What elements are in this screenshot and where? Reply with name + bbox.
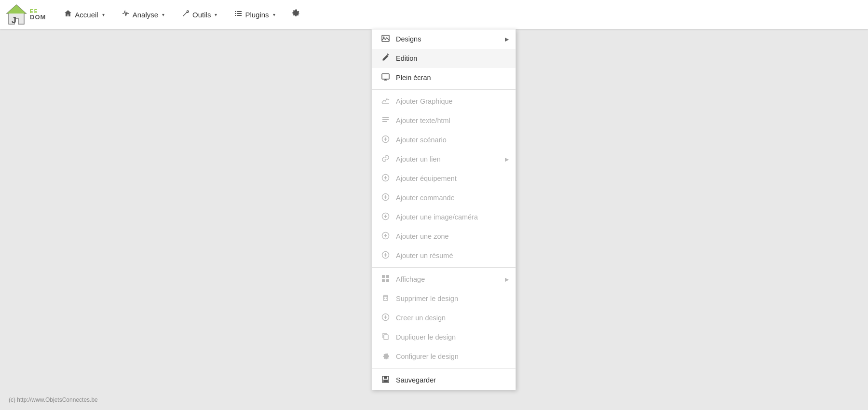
menu-item-edition[interactable]: Edition xyxy=(372,49,515,68)
link-icon xyxy=(380,154,390,164)
svg-rect-46 xyxy=(384,335,388,340)
menu-label-plein-ecran: Plein écran xyxy=(396,74,431,82)
monitor-icon xyxy=(380,73,390,82)
menu-item-plein-ecran[interactable]: Plein écran xyxy=(372,68,515,87)
menu-item-affichage[interactable]: Affichage ▶ xyxy=(372,270,515,289)
svg-text:J: J xyxy=(12,15,16,25)
footer-text: (c) http://www.ObjetsConnectes.be xyxy=(9,396,98,403)
svg-rect-40 xyxy=(383,296,388,301)
lines-icon xyxy=(380,116,390,125)
list-icon xyxy=(234,10,242,19)
svg-rect-9 xyxy=(237,15,242,16)
menu-label-ajouter-image: Ajouter une image/caméra xyxy=(396,213,478,221)
gear-icon xyxy=(292,9,300,20)
menu-item-designs[interactable]: Designs ▶ xyxy=(372,29,515,49)
divider-1 xyxy=(372,89,515,90)
nav-item-gear[interactable] xyxy=(284,0,308,29)
svg-rect-37 xyxy=(386,275,389,278)
menu-item-ajouter-equipement[interactable]: Ajouter équipement xyxy=(372,169,515,188)
divider-3 xyxy=(372,368,515,369)
menu-label-creer-design: Creer un design xyxy=(396,314,446,322)
menu-label-ajouter-resume: Ajouter un résumé xyxy=(396,252,453,260)
svg-rect-7 xyxy=(237,13,242,14)
dropdown-menu: Designs ▶ Edition Plein écran Ajouter Gr… xyxy=(371,29,516,390)
chart-icon xyxy=(380,96,390,106)
pencil-icon xyxy=(380,54,390,63)
menu-item-configurer-design[interactable]: Configurer le design xyxy=(372,347,515,366)
image-icon xyxy=(380,34,390,44)
menu-label-designs: Designs xyxy=(396,35,421,43)
plugins-caret: ▾ xyxy=(273,12,275,17)
analyse-caret: ▾ xyxy=(162,12,164,17)
menu-item-ajouter-texte[interactable]: Ajouter texte/html xyxy=(372,111,515,130)
menu-label-affichage: Affichage xyxy=(396,275,425,283)
nav-item-analyse[interactable]: Analyse ▾ xyxy=(113,0,173,29)
nav-items: Accueil ▾ Analyse ▾ Outils ▾ Plugins ▾ xyxy=(55,0,308,29)
svg-rect-4 xyxy=(235,11,236,12)
nav-label-accueil: Accueil xyxy=(75,11,98,19)
menu-item-ajouter-resume[interactable]: Ajouter un résumé xyxy=(372,246,515,265)
accueil-caret: ▾ xyxy=(102,12,105,17)
menu-label-ajouter-commande: Ajouter commande xyxy=(396,194,455,202)
grid-icon xyxy=(380,274,390,284)
outils-caret: ▾ xyxy=(215,12,217,17)
svg-rect-38 xyxy=(382,279,385,282)
logo[interactable]: J EE DOM xyxy=(5,3,46,26)
home-icon xyxy=(64,10,72,19)
nav-label-analyse: Analyse xyxy=(133,11,158,19)
menu-item-ajouter-scenario[interactable]: Ajouter scénario xyxy=(372,130,515,150)
menu-item-ajouter-lien[interactable]: Ajouter un lien ▶ xyxy=(372,150,515,169)
svg-marker-2 xyxy=(7,5,26,14)
divider-2 xyxy=(372,267,515,268)
plus-circle-resume-icon xyxy=(380,251,390,260)
svg-rect-36 xyxy=(382,275,385,278)
menu-label-dupliquer-design: Dupliquer le design xyxy=(396,333,456,341)
wrench-icon xyxy=(182,10,190,19)
menu-item-sauvegarder[interactable]: Sauvegarder xyxy=(372,370,515,390)
plus-circle-zone-icon xyxy=(380,232,390,241)
svg-rect-15 xyxy=(382,117,389,118)
svg-rect-49 xyxy=(383,380,388,382)
plus-circle-creer-icon xyxy=(380,313,390,323)
menu-item-ajouter-image[interactable]: Ajouter une image/caméra xyxy=(372,207,515,227)
nav-item-plugins[interactable]: Plugins ▾ xyxy=(226,0,284,29)
lien-arrow: ▶ xyxy=(505,156,509,163)
nav-item-accueil[interactable]: Accueil ▾ xyxy=(55,0,113,29)
menu-label-ajouter-zone: Ajouter une zone xyxy=(396,232,449,240)
menu-item-dupliquer-design[interactable]: Dupliquer le design xyxy=(372,328,515,347)
plus-circle-equipement-icon xyxy=(380,174,390,183)
menu-item-supprimer-design[interactable]: Supprimer le design xyxy=(372,289,515,308)
designs-arrow: ▶ xyxy=(505,36,509,42)
menu-label-configurer-design: Configurer le design xyxy=(396,353,459,360)
menu-label-ajouter-equipement: Ajouter équipement xyxy=(396,175,457,182)
svg-rect-5 xyxy=(237,11,242,12)
footer: (c) http://www.ObjetsConnectes.be xyxy=(9,396,98,403)
svg-rect-17 xyxy=(382,121,387,122)
menu-label-ajouter-texte: Ajouter texte/html xyxy=(396,117,450,124)
menu-item-creer-design[interactable]: Creer un design xyxy=(372,308,515,328)
svg-point-11 xyxy=(383,37,384,38)
nav-label-outils: Outils xyxy=(192,11,211,19)
svg-rect-6 xyxy=(235,13,236,14)
svg-rect-10 xyxy=(382,35,389,41)
svg-rect-48 xyxy=(384,376,387,379)
menu-label-ajouter-scenario: Ajouter scénario xyxy=(396,136,447,144)
menu-label-ajouter-graphique: Ajouter Graphique xyxy=(396,97,453,105)
svg-rect-39 xyxy=(386,279,389,282)
svg-rect-8 xyxy=(235,15,236,16)
nav-label-plugins: Plugins xyxy=(245,11,269,19)
menu-item-ajouter-graphique[interactable]: Ajouter Graphique xyxy=(372,92,515,111)
svg-rect-12 xyxy=(382,74,389,79)
jeedom-logo-icon: J xyxy=(5,3,28,26)
affichage-arrow: ▶ xyxy=(505,276,509,283)
trash-icon xyxy=(380,294,390,303)
copy-icon xyxy=(380,332,390,342)
menu-item-ajouter-zone[interactable]: Ajouter une zone xyxy=(372,227,515,246)
menu-item-ajouter-commande[interactable]: Ajouter commande xyxy=(372,188,515,207)
menu-label-ajouter-lien: Ajouter un lien xyxy=(396,155,441,163)
menu-label-supprimer-design: Supprimer le design xyxy=(396,295,458,302)
menu-label-edition: Edition xyxy=(396,55,417,62)
navbar: J EE DOM Accueil ▾ Analyse ▾ xyxy=(0,0,868,29)
nav-item-outils[interactable]: Outils ▾ xyxy=(173,0,226,29)
svg-rect-16 xyxy=(382,119,389,120)
